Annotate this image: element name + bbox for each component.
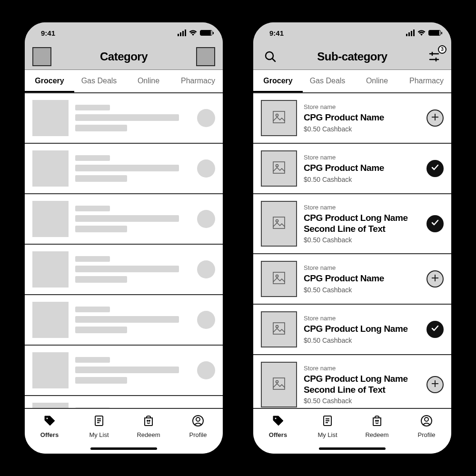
tab-gas-deals[interactable]: Gas Deals xyxy=(74,70,124,92)
added-button[interactable] xyxy=(426,321,444,338)
tab-online[interactable]: Online xyxy=(352,70,402,92)
redeem-icon xyxy=(142,415,155,428)
cashback-amount: $0.50 Cashback xyxy=(304,397,420,405)
product-row[interactable]: Store nameCPG Product Name$0.50 Cashback xyxy=(253,93,451,144)
add-button[interactable] xyxy=(426,376,444,393)
battery-icon xyxy=(200,30,212,36)
skeleton-list[interactable] xyxy=(25,93,223,408)
nav-left-placeholder[interactable] xyxy=(32,47,51,66)
added-button[interactable] xyxy=(426,160,444,177)
thumbnail-placeholder xyxy=(32,201,69,237)
image-icon xyxy=(272,216,286,231)
thumbnail-placeholder xyxy=(32,302,69,338)
page-title: Category xyxy=(100,50,148,63)
list-item[interactable] xyxy=(25,194,223,245)
bottom-nav-redeem[interactable]: Redeem xyxy=(352,409,402,454)
bottom-nav-offers[interactable]: Offers xyxy=(253,409,303,454)
add-button[interactable] xyxy=(426,270,444,288)
product-row[interactable]: Store nameCPG Product Long Name Second L… xyxy=(253,355,451,408)
svg-line-10 xyxy=(272,59,275,61)
tab-pharmacy[interactable]: Pharmacy xyxy=(173,70,223,92)
product-row[interactable]: Store nameCPG Product Name$0.50 Cashback xyxy=(253,254,451,305)
tab-gas-deals[interactable]: Gas Deals xyxy=(303,70,352,92)
cashback-amount: $0.50 Cashback xyxy=(304,286,420,294)
home-indicator[interactable] xyxy=(90,447,157,450)
thumbnail-placeholder xyxy=(32,403,69,408)
offers-icon xyxy=(272,415,284,428)
list-item[interactable] xyxy=(25,295,223,346)
filter-button[interactable]: 3 xyxy=(425,47,444,66)
product-row[interactable]: Store nameCPG Product Long Name Second L… xyxy=(253,194,451,254)
action-placeholder xyxy=(197,361,215,379)
tab-pharmacy[interactable]: Pharmacy xyxy=(402,70,451,92)
svg-point-0 xyxy=(46,417,48,419)
action-placeholder xyxy=(197,311,215,329)
product-row[interactable]: Store nameCPG Product Name$0.50 Cashback xyxy=(253,144,451,194)
nav-right-placeholder[interactable] xyxy=(196,47,215,66)
store-name: Store name xyxy=(304,154,420,161)
status-bar: 9:41 xyxy=(25,22,223,43)
list-item[interactable] xyxy=(25,396,223,408)
status-time: 9:41 xyxy=(41,29,55,37)
nav-bar: Category xyxy=(25,43,223,70)
wifi-icon xyxy=(189,30,197,36)
status-icons xyxy=(406,30,441,36)
redeem-icon xyxy=(371,415,383,428)
product-name: CPG Product Name xyxy=(304,112,420,123)
plus-icon xyxy=(431,378,439,391)
bottom-nav-my-list[interactable]: My List xyxy=(74,409,124,454)
nav-bar: Sub-category 3 xyxy=(253,43,451,70)
bottom-nav: OffersMy ListRedeemProfile xyxy=(253,408,451,454)
product-name: CPG Product Long Name Second Line of Tex… xyxy=(304,213,420,235)
status-bar: 9:41 xyxy=(253,22,451,43)
bottom-nav-profile[interactable]: Profile xyxy=(173,409,223,454)
filter-badge: 3 xyxy=(438,45,446,54)
bottom-nav: OffersMy ListRedeemProfile xyxy=(25,408,223,454)
home-indicator[interactable] xyxy=(319,447,386,450)
svg-point-24 xyxy=(276,275,278,278)
svg-point-6 xyxy=(149,420,150,422)
list-item[interactable] xyxy=(25,346,223,396)
tab-grocery[interactable]: Grocery xyxy=(25,70,74,92)
store-name: Store name xyxy=(304,264,420,271)
bottom-nav-profile[interactable]: Profile xyxy=(402,409,451,454)
cashback-amount: $0.50 Cashback xyxy=(304,337,420,344)
cellular-icon xyxy=(178,30,186,36)
product-row[interactable]: Store nameCPG Product Long Name$0.50 Cas… xyxy=(253,305,451,355)
image-icon xyxy=(272,377,286,392)
status-time: 9:41 xyxy=(269,29,284,37)
product-name: CPG Product Long Name xyxy=(304,324,420,335)
bottom-nav-label: Offers xyxy=(40,431,59,438)
product-info: Store nameCPG Product Name$0.50 Cashback xyxy=(304,103,420,133)
tab-grocery[interactable]: Grocery xyxy=(253,70,303,92)
profile-icon xyxy=(192,415,204,428)
product-list[interactable]: Store nameCPG Product Name$0.50 Cashback… xyxy=(253,93,451,408)
svg-rect-27 xyxy=(273,323,285,334)
list-item[interactable] xyxy=(25,144,223,194)
svg-rect-15 xyxy=(273,111,285,123)
svg-point-16 xyxy=(276,114,278,117)
add-button[interactable] xyxy=(426,109,444,127)
bottom-nav-redeem[interactable]: Redeem xyxy=(124,409,173,454)
product-info: Store nameCPG Product Long Name$0.50 Cas… xyxy=(304,315,420,344)
category-tabs: GroceryGas DealsOnlinePharmacy xyxy=(253,70,451,93)
search-button[interactable] xyxy=(261,47,280,66)
text-placeholder xyxy=(75,105,190,131)
mylist-icon xyxy=(93,415,105,428)
check-icon xyxy=(431,323,439,336)
tab-online[interactable]: Online xyxy=(124,70,173,92)
bottom-nav-label: My List xyxy=(317,431,337,438)
cashback-amount: $0.50 Cashback xyxy=(304,176,420,183)
svg-rect-21 xyxy=(273,217,285,228)
bottom-nav-offers[interactable]: Offers xyxy=(25,409,74,454)
offers-icon xyxy=(43,415,56,428)
action-placeholder xyxy=(197,159,215,178)
phone-category: 9:41 Category GroceryGas DealsOnlinePhar… xyxy=(19,17,228,459)
list-item[interactable] xyxy=(25,93,223,144)
action-placeholder xyxy=(197,260,215,278)
thumbnail-placeholder xyxy=(32,150,69,187)
bottom-nav-my-list[interactable]: My List xyxy=(303,409,352,454)
added-button[interactable] xyxy=(426,215,444,232)
list-item[interactable] xyxy=(25,245,223,295)
svg-point-20 xyxy=(276,165,278,167)
